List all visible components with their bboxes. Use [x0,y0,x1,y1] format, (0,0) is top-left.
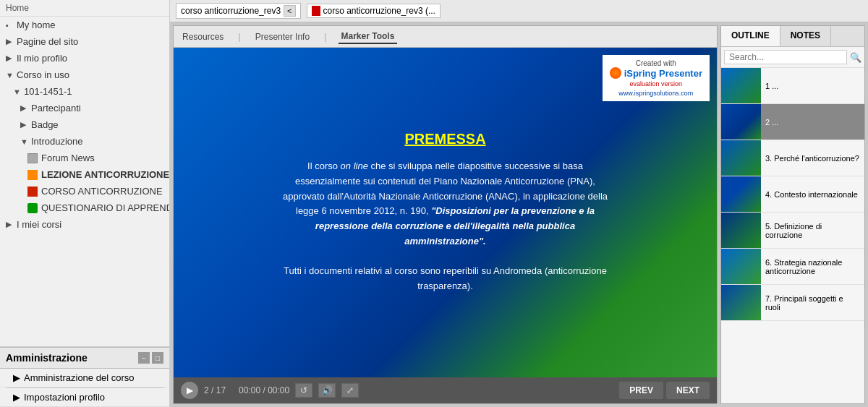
next-button[interactable]: NEXT [666,382,710,399]
admin-item-label: Amministrazione del corso [24,372,134,383]
sidebar-item-label: Corso in uso [17,69,69,80]
outline-item-4[interactable]: 4. Contesto internazionale [721,176,864,213]
search-icon: 🔍 [850,52,861,63]
ispring-logo-icon [610,67,621,79]
file-collapse-button[interactable]: < [284,5,295,17]
outline-thumb-7 [721,285,761,320]
sidebar-item-label: Pagine del sito [17,36,78,47]
admin-header: Amministrazione − □ [0,347,169,369]
outline-label-5: 5. Definizione di corruzione [761,213,864,248]
outline-thumb-3 [721,140,761,176]
toolbar-resources[interactable]: Resources [179,30,226,43]
watermark-eval: evaluation version [610,80,702,87]
sidebar-item-label: 101-1451-1 [24,86,72,97]
admin-header-icons: − □ [138,352,163,364]
outline-tabs: OUTLINE NOTES [721,26,864,47]
sidebar-item-questionario[interactable]: QUESTIONARIO DI APPRENDIMENTO [0,200,169,216]
arrow-down-icon: ▼ [6,71,13,80]
course-icon [27,187,38,197]
slide-body-p2: Tutti i documenti relativi al corso sono… [279,264,612,294]
arrow-right-icon: ▶ [6,220,13,229]
volume-button[interactable]: 🔊 [318,383,336,398]
arrow-right-icon: ▶ [13,392,20,403]
time-current: 00:00 [239,385,260,395]
sidebar-item-introduzione[interactable]: ▼ Introduzione [0,133,169,150]
fullscreen-button[interactable]: ⤢ [341,383,359,398]
watermark-logo: iSpring Presenter [610,67,702,79]
sidebar-item-paginedelsito[interactable]: ▶ Pagine del sito [0,33,169,50]
outline-label-1: 1 ... [761,68,864,103]
file-bar: corso anticorruzione_rev3 < corso antico… [170,0,868,22]
play-button[interactable]: ▶ [181,382,198,399]
prev-button[interactable]: PREV [619,382,663,399]
search-input[interactable] [724,50,847,64]
outline-thumb-5 [721,213,761,248]
sidebar-item-label: LEZIONE ANTICORRUZIONE [41,169,169,180]
admin-item-impostazioni[interactable]: ▶ Impostazioni profilo [0,388,169,407]
breadcrumb: Home [0,0,169,17]
toolbar-marker-tools[interactable]: Marker Tools [339,30,398,44]
sidebar-item-forumnews[interactable]: Forum News [0,150,169,166]
sidebar-item-badge[interactable]: ▶ Badge [0,116,169,133]
admin-title: Amministrazione [6,352,88,364]
arrow-right-icon: ▶ [6,37,13,46]
sidebar-item-partecipanti[interactable]: ▶ Partecipanti [0,100,169,116]
outline-item-2[interactable]: 2 ... [721,104,864,140]
sidebar-item-corsoinuso[interactable]: ▼ Corso in uso [0,67,169,83]
lesson-icon [27,170,38,180]
admin-icon-box[interactable]: □ [152,352,163,364]
outline-items: 1 ... 2 ... 3. Perché l'anticorruzione? … [721,68,864,403]
pres-controls: ▶ 2 / 17 00:00 / 00:00 ↺ 🔊 ⤢ PREV [174,377,717,403]
sidebar-item-label: CORSO ANTICORRUZIONE [41,186,163,197]
slide-title: PREMESSA [404,131,485,147]
toolbar-presenter-info[interactable]: Presenter Info [252,30,312,43]
admin-item-label: Impostazioni profilo [24,392,105,403]
admin-section: Amministrazione − □ ▶ Amministrazione de… [0,346,169,407]
content-wrapper: Resources | Presenter Info | Marker Tool… [170,22,868,407]
outline-panel: OUTLINE NOTES 🔍 1 ... 2 ... [720,25,865,404]
outline-item-7[interactable]: 7. Principali soggetti e ruoli [721,285,864,321]
toolbar-sep1: | [238,31,240,42]
outline-item-1[interactable]: 1 ... [721,68,864,104]
watermark-created: Created with [610,59,702,67]
file-item-course: corso anticorruzione_rev3 < [176,3,301,19]
outline-label-3: 3. Perché l'anticorruzione? [761,140,864,176]
arrow-icon: ▪ [6,21,13,30]
outline-thumb-6 [721,249,761,284]
tab-outline[interactable]: OUTLINE [721,26,780,46]
pdf-icon [312,6,320,16]
watermark: Created with iSpring Presenter evaluatio… [603,55,710,101]
time-total: 00:00 [268,385,289,395]
outline-label-6: 6. Strategia nazionale anticorruzione [761,249,864,284]
watermark-brand-name: iSpring Presenter [624,68,702,79]
sidebar-item-corso[interactable]: CORSO ANTICORRUZIONE [0,183,169,200]
main-content: corso anticorruzione_rev3 < corso antico… [170,0,868,407]
slide-current: 2 [204,385,209,395]
outline-label-2: 2 ... [761,104,864,140]
sidebar-item-imieicorsi[interactable]: ▶ I miei corsi [0,216,169,233]
sidebar-item-myhome[interactable]: ▪ My home [0,17,169,33]
tab-notes[interactable]: NOTES [780,26,831,46]
outline-thumb-1 [721,68,761,103]
outline-item-5[interactable]: 5. Definizione di corruzione [721,213,864,249]
outline-label-4: 4. Contesto internazionale [761,176,864,212]
slide-body-p1: Il corso on line che si sviluppa nelle d… [279,159,612,249]
admin-item-corso[interactable]: ▶ Amministrazione del corso [0,369,169,387]
outline-item-6[interactable]: 6. Strategia nazionale anticorruzione [721,249,864,285]
sidebar-item-101[interactable]: ▼ 101-1451-1 [0,83,169,100]
pres-toolbar: Resources | Presenter Info | Marker Tool… [174,26,717,48]
arrow-right-icon: ▶ [13,372,20,383]
admin-icon-minus[interactable]: − [138,352,150,364]
file-sub-item[interactable]: corso anticorruzione_rev3 (... [307,4,441,18]
presentation-slide: Created with iSpring Presenter evaluatio… [174,48,717,377]
forum-icon [27,153,38,163]
outline-item-3[interactable]: 3. Perché l'anticorruzione? [721,140,864,176]
sidebar-item-ilmioprofilo[interactable]: ▶ Il mio profilo [0,50,169,67]
outline-thumb-4 [721,176,761,212]
pres-nav: PREV NEXT [619,382,710,399]
sidebar-item-label: Introduzione [31,136,83,147]
time-display: 00:00 / 00:00 [231,385,289,395]
quiz-icon [27,203,38,213]
refresh-button[interactable]: ↺ [295,383,312,398]
sidebar-item-lezione[interactable]: LEZIONE ANTICORRUZIONE [0,166,169,183]
